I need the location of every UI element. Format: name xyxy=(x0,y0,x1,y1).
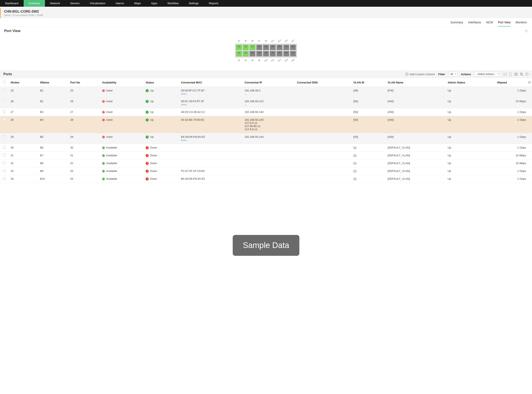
ports-title: Ports xyxy=(3,72,12,76)
more-link[interactable]: more... xyxy=(181,93,188,95)
table-row: 29B529Used↑UpB4:39:D6:FB:9A:E5more...192… xyxy=(0,133,532,144)
row-checkbox[interactable] xyxy=(3,118,6,121)
tab-ncm[interactable]: NCM xyxy=(486,21,493,26)
table-row: 28B428Used↑Up00:1E:BE:79:50:8C192.168.50… xyxy=(0,116,532,133)
port-cell[interactable] xyxy=(243,45,249,50)
col-header[interactable]: VLAN ID xyxy=(351,78,386,87)
nav-network[interactable]: Network xyxy=(45,0,65,7)
sub-tabs: SummaryInterfacesNCMPort ViewMonitors xyxy=(0,18,532,27)
refresh-icon[interactable] xyxy=(525,73,529,76)
col-header[interactable]: ifSpeed xyxy=(495,78,528,87)
port-cell[interactable] xyxy=(290,45,296,50)
portview-title: Port View xyxy=(4,29,21,33)
svg-line-7 xyxy=(522,75,523,76)
availability-dot xyxy=(102,100,105,103)
export-pdf-icon[interactable] xyxy=(509,73,512,76)
col-header[interactable]: ifName xyxy=(38,78,68,87)
row-checkbox[interactable] xyxy=(3,162,6,164)
nav-servers[interactable]: Servers xyxy=(65,0,85,7)
svg-rect-4 xyxy=(515,74,516,76)
port-cell[interactable] xyxy=(256,45,262,50)
nav-workflow[interactable]: Workflow xyxy=(162,0,184,7)
table-row: 31B731Available↓Down[1][DEFAULT_VLAN]Up1… xyxy=(0,152,532,160)
port-cell[interactable] xyxy=(277,45,282,50)
port-label: B12 xyxy=(270,58,276,62)
nav-reports[interactable]: Reports xyxy=(204,0,223,7)
port-cell[interactable] xyxy=(277,51,282,56)
nav-dashboard[interactable]: Dashboard xyxy=(0,0,24,7)
col-header[interactable]: VLAN Name xyxy=(386,78,446,87)
row-checkbox[interactable] xyxy=(3,146,6,149)
svg-rect-5 xyxy=(516,74,517,76)
status-icon: ↓ xyxy=(146,162,149,165)
port-cell[interactable] xyxy=(236,51,242,56)
port-label: B1 xyxy=(236,38,242,43)
table-row: 33B933Available↓DownF0:1F:AF:2F:C8:8A[1]… xyxy=(0,167,532,175)
row-checkbox[interactable] xyxy=(3,169,6,172)
availability-dot xyxy=(102,170,105,173)
status-icon: ↑ xyxy=(146,135,149,139)
port-cell[interactable] xyxy=(263,45,269,50)
nav-apps[interactable]: Apps xyxy=(146,0,162,7)
port-label: B17 xyxy=(290,38,296,43)
svg-rect-2 xyxy=(515,73,516,74)
row-checkbox[interactable] xyxy=(3,89,6,92)
nav-virtualization[interactable]: Virtualization xyxy=(85,0,111,7)
tab-port-view[interactable]: Port View xyxy=(498,21,511,26)
col-header[interactable]: Port No xyxy=(68,78,100,87)
more-link[interactable]: more... xyxy=(181,139,188,141)
status-icon: ↓ xyxy=(146,170,149,173)
port-grid xyxy=(235,44,297,57)
port-cell[interactable] xyxy=(243,51,249,56)
port-label: B10 xyxy=(263,58,269,62)
port-cell[interactable] xyxy=(270,51,276,56)
row-checkbox[interactable] xyxy=(3,154,6,156)
add-custom-column[interactable]: + Add Custom Column xyxy=(405,73,435,76)
col-header[interactable]: Connected MAC xyxy=(179,78,242,87)
nav-inventory[interactable]: Inventory xyxy=(24,0,45,7)
export-csv-icon[interactable]: csv xyxy=(503,73,507,76)
nav-maps[interactable]: Maps xyxy=(129,0,146,7)
actions-select[interactable]: --Select Actions-- xyxy=(474,72,500,77)
port-cell[interactable] xyxy=(290,51,296,56)
select-all-checkbox[interactable] xyxy=(3,81,6,83)
column-settings-icon[interactable] xyxy=(528,81,532,84)
port-cell[interactable] xyxy=(270,45,276,50)
row-checkbox[interactable] xyxy=(3,110,6,113)
svg-rect-11 xyxy=(530,83,531,83)
port-cell[interactable] xyxy=(250,51,255,56)
nav-settings[interactable]: Settings xyxy=(184,0,204,7)
grid-view-icon[interactable] xyxy=(514,73,518,76)
svg-rect-8 xyxy=(528,81,529,82)
col-header[interactable]: Admin Status xyxy=(446,78,495,87)
port-cell[interactable] xyxy=(236,45,242,50)
col-header[interactable]: Availability xyxy=(100,78,144,87)
port-label: B7 xyxy=(256,38,262,43)
table-row: 27B327Used↑Up44:D3:CA:39:42:C2192.168.50… xyxy=(0,108,532,116)
tab-monitors[interactable]: Monitors xyxy=(516,21,527,26)
row-checkbox[interactable] xyxy=(3,177,6,180)
tab-interfaces[interactable]: Interfaces xyxy=(468,21,481,26)
col-header[interactable]: Connected IP xyxy=(242,78,295,87)
port-cell[interactable] xyxy=(256,51,262,56)
col-header[interactable]: Connected DNS xyxy=(295,78,351,87)
row-checkbox[interactable] xyxy=(3,100,6,102)
tab-summary[interactable]: Summary xyxy=(450,21,463,26)
col-header[interactable]: Status xyxy=(144,78,179,87)
port-cell[interactable] xyxy=(263,51,269,56)
port-cell[interactable] xyxy=(283,51,289,56)
availability-dot xyxy=(102,119,105,121)
filter-select[interactable]: All xyxy=(448,72,458,77)
more-link[interactable]: more... xyxy=(181,103,188,106)
port-cell[interactable] xyxy=(283,45,289,50)
plus-icon: + xyxy=(405,73,408,76)
search-icon[interactable] xyxy=(520,73,523,76)
svg-rect-10 xyxy=(528,83,529,83)
nav-alarms[interactable]: Alarms xyxy=(111,0,129,7)
row-checkbox[interactable] xyxy=(3,135,6,138)
port-cell[interactable] xyxy=(250,45,255,50)
col-header[interactable]: ifIndex xyxy=(8,78,38,87)
device-subtitle: Switch | 3Com jvSwitch7906E | SNMP xyxy=(4,14,529,16)
refresh-icon[interactable] xyxy=(525,30,528,32)
top-nav: DashboardInventoryNetworkServersVirtuali… xyxy=(0,0,532,7)
